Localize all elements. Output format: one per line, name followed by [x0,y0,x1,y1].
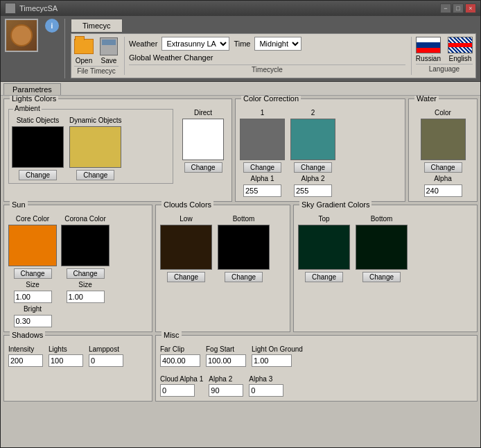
lamppost-input[interactable] [89,354,123,367]
cc-label-1: 1 [261,109,265,117]
sun-size-input-2[interactable] [67,291,105,303]
app-icon [5,3,16,14]
sky-bottom-label: Bottom [371,215,393,223]
static-color-swatch [12,126,64,168]
russian-button[interactable]: Russian [416,37,441,62]
close-button[interactable]: × [465,3,476,13]
sun-size-input-1[interactable] [14,291,52,303]
misc-alpha3-input[interactable] [249,384,283,397]
open-button[interactable]: Open [74,37,94,64]
static-change-button[interactable]: Change [19,170,57,180]
cc-color-1 [240,119,285,160]
color-correction-group: Color Correction 1 Change Alpha 1 2 Chan… [235,98,405,202]
fog-start-input[interactable] [206,354,246,367]
corona-color-swatch [61,225,110,266]
english-button[interactable]: English [448,37,473,62]
sun-size-label-1: Size [26,281,39,288]
ambient-title: Ambient [13,105,42,112]
water-group: Water Color Change Alpha [408,98,478,202]
cc-change-2[interactable]: Change [294,162,332,173]
direct-title: Direct [194,109,212,117]
minimize-button[interactable]: − [440,3,451,13]
cloud-bottom-swatch [218,225,270,270]
lights-label: Lights [49,345,83,353]
window-title: TimecycSA [19,4,58,12]
misc-alpha2-label: Alpha 2 [209,375,243,383]
cloud-low-change[interactable]: Change [167,272,205,282]
cc-alpha1-input[interactable] [243,184,281,197]
language-section-label: Language [416,64,473,73]
clouds-colors-title: Clouds Colors [161,200,213,209]
folder-icon [74,39,94,54]
dynamic-change-button[interactable]: Change [76,170,114,180]
cloud-low-label: Low [180,215,192,223]
save-disk-icon [100,37,118,55]
corona-change-button[interactable]: Change [67,268,105,279]
params-tab[interactable]: Parametres [3,83,61,95]
russian-label: Russian [416,55,441,62]
direct-color-swatch [182,119,224,160]
sky-gradient-title: Sky Gradient Colors [299,200,371,209]
misc-alpha3-label: Alpha 3 [249,375,283,383]
lights-input[interactable] [49,354,83,367]
lights-colors-group: Lights Colors Ambient Static Objects Cha… [3,98,232,202]
far-clip-input[interactable] [160,354,200,367]
misc-title: Misc [161,331,182,339]
weather-select[interactable]: Extrasunny LA Cloudy SA [161,37,229,51]
cc-alpha2-input[interactable] [294,184,332,197]
cloud-bottom-label: Bottom [233,215,255,223]
sun-group: Sun Core Color Change Size Bright Corona… [3,205,152,332]
intensity-label: Intensity [8,345,43,353]
sun-bright-label: Bright [24,305,42,313]
weather-label: Weather [129,40,157,48]
russian-flag-icon [416,37,441,53]
cc-alpha2-label: Alpha 2 [301,175,325,182]
tab-timecyc[interactable]: Timecyc [71,19,123,32]
maximize-button[interactable]: □ [453,3,464,13]
clouds-colors-group: Clouds Colors Low Change Bottom Change [155,205,290,332]
sun-title: Sun [10,200,28,209]
time-select[interactable]: Midnight Dawn [254,37,301,51]
timecycle-section-label: Timecycle [129,64,405,74]
misc-group: Misc Far Clip Fog Start Light On Ground [155,335,478,402]
english-flag-icon [448,37,473,53]
color-correction-title: Color Correction [241,96,301,103]
water-color-swatch [421,119,466,160]
cc-label-2: 2 [311,109,315,117]
sky-bottom-change[interactable]: Change [362,272,401,282]
corona-color-label: Corona Color [64,215,105,223]
time-label: Time [234,40,250,48]
fog-start-label: Fog Start [206,345,246,353]
light-on-ground-input[interactable] [252,354,292,367]
light-on-ground-label: Light On Ground [252,345,303,353]
core-change-button[interactable]: Change [14,268,52,279]
cc-change-1[interactable]: Change [243,162,281,173]
info-button[interactable]: i [45,19,59,33]
lamppost-label: Lamppost [89,345,123,353]
sun-bright-input[interactable] [14,315,52,327]
cloud-alpha1-label: Cloud Alpha 1 [160,375,203,383]
cloud-bottom-change[interactable]: Change [225,272,263,282]
water-alpha-input[interactable] [424,184,462,197]
water-color-label: Color [435,109,451,117]
misc-alpha2-input[interactable] [209,384,243,397]
english-label: English [449,55,472,62]
sky-bottom-swatch [356,225,408,270]
shadows-title: Shadows [10,331,45,339]
shadows-group: Shadows Intensity Lights Lamppost [3,335,152,402]
intensity-input[interactable] [8,354,43,367]
cloud-low-swatch [160,225,212,270]
sky-top-label: Top [318,215,329,223]
sun-size-label-2: Size [78,281,91,288]
cloud-alpha1-input[interactable] [160,384,195,397]
water-change-button[interactable]: Change [424,162,462,173]
global-weather-label: Global Weather Changer [129,53,213,62]
save-button[interactable]: Save [99,37,119,64]
sky-top-swatch [298,225,350,270]
direct-change-button[interactable]: Change [184,162,222,173]
title-bar: TimecycSA − □ × [1,1,480,16]
file-section-label: File Timecyc [74,66,119,75]
avatar [5,19,38,52]
sky-gradient-group: Sky Gradient Colors Top Change Bottom Ch… [293,205,478,332]
sky-top-change[interactable]: Change [305,272,343,282]
